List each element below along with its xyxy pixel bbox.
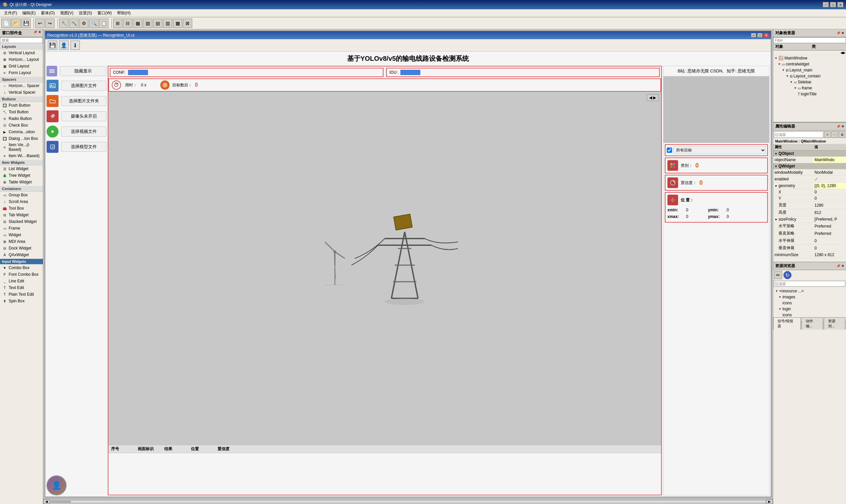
widget-item-grid-layout[interactable]: ▦ Grid Layout — [0, 63, 43, 69]
prop-x-value[interactable]: 0 — [813, 189, 846, 195]
prop-vpolicy-value[interactable]: Preferred — [813, 230, 846, 237]
tree-item-login-title[interactable]: T loginTitle — [773, 91, 846, 97]
resource-login[interactable]: ▼ login — [774, 306, 845, 312]
resource-images[interactable]: ▼ images — [774, 294, 845, 300]
prop-enabled-value[interactable]: ✓ — [813, 176, 846, 183]
toolbar-layout-1[interactable]: ⊞ — [113, 19, 122, 28]
widget-item-horizontal-spacer[interactable]: ↔ Horizon... Spacer — [0, 83, 43, 89]
toolbar-layout-3[interactable]: ▦ — [133, 19, 142, 28]
widget-item-widget[interactable]: ▭ Widget — [0, 232, 43, 238]
tree-item-mainwindow[interactable]: ▼ 🪟 MainWindow — [773, 55, 846, 61]
widget-item-item-widget[interactable]: ≡ Item Wi...-Based) — [0, 152, 43, 159]
resource-pencil-button[interactable]: ✏ — [774, 271, 782, 279]
toolbar-save[interactable]: 💾 — [21, 19, 31, 28]
widget-item-plain-text-edit[interactable]: T Plain Text Edit — [0, 291, 43, 298]
widget-item-stacked-widget[interactable]: ⊟ Stacked Widget — [0, 218, 43, 225]
toolbar-new[interactable]: 📄 — [1, 19, 11, 28]
menu-settings[interactable]: 设置(S) — [76, 10, 95, 17]
tab-signals[interactable]: 信号/情报 器 — [773, 317, 801, 329]
select-model-button[interactable]: 选择模型文件 — [61, 142, 106, 152]
widget-item-vertical-spacer[interactable]: ↕ Vertical Spacer — [0, 89, 43, 96]
resource-pin[interactable]: 📌 — [836, 264, 840, 268]
tree-item-frame[interactable]: ▼ ▭ frame — [773, 85, 846, 91]
widget-item-dialog-box[interactable]: 🔲 Dialog ...ton Box — [0, 135, 43, 142]
widget-item-scroll-area[interactable]: ↕ Scroll Area — [0, 198, 43, 205]
widget-item-qax-widget[interactable]: A QAxWidget — [0, 252, 43, 258]
widget-search-input[interactable] — [0, 37, 43, 43]
widget-item-line-edit[interactable]: _ Line Edit — [0, 278, 43, 284]
inner-minimize-button[interactable]: ─ — [751, 33, 756, 38]
all-targets-select[interactable]: 所有目标 — [673, 146, 766, 154]
maximize-button[interactable]: □ — [830, 2, 836, 7]
toolbar-edit-5[interactable]: 📋 — [99, 19, 108, 28]
menu-form[interactable]: 窗体(O) — [38, 10, 57, 17]
tab-actions[interactable]: 动作编... — [801, 317, 823, 329]
property-add-button[interactable]: + — [824, 131, 831, 138]
prop-vstretch-value[interactable]: 0 — [813, 245, 846, 252]
scroll-track[interactable] — [51, 500, 765, 503]
toolbar-layout-2[interactable]: ⊟ — [123, 19, 132, 28]
widget-item-tool-box[interactable]: 🧰 Tool Box — [0, 205, 43, 212]
property-filter-input[interactable] — [774, 131, 823, 138]
tree-item-layout-contain[interactable]: ▼ ⊟ Layout_contain — [773, 73, 846, 79]
widget-item-tree-widget[interactable]: 🌲 Tree Widget — [0, 172, 43, 179]
menu-help[interactable]: 帮助(H) — [115, 10, 133, 17]
property-close[interactable]: ✕ — [841, 125, 844, 128]
menu-edit[interactable]: 编辑(E) — [20, 10, 38, 17]
app-toolbar-btn-user[interactable]: 👤 — [59, 40, 69, 50]
widget-item-dock-widget[interactable]: ⊟ Dock Widget — [0, 245, 43, 252]
toolbar-edit-4[interactable]: 🔍 — [89, 19, 99, 28]
widget-item-command-button[interactable]: ▶ Comma...utton — [0, 129, 43, 135]
prop-height-value[interactable]: 812 — [813, 209, 846, 216]
scroll-left-btn[interactable]: ◀ — [43, 499, 50, 504]
toolbar-layout-4[interactable]: ▧ — [143, 19, 152, 28]
conf-slider[interactable] — [128, 70, 148, 75]
inner-maximize-button[interactable]: □ — [757, 33, 762, 38]
menu-view[interactable]: 视图(V) — [57, 10, 76, 17]
iou-slider[interactable] — [400, 70, 420, 75]
inspector-close[interactable]: ✕ — [841, 31, 844, 35]
toolbar-open[interactable]: 📂 — [11, 19, 21, 28]
toolbar-edit-2[interactable]: 🔨 — [69, 19, 79, 28]
widget-item-check-box[interactable]: ☑ Check Box — [0, 122, 43, 129]
widget-item-spin-box[interactable]: ⬆ Spin Box — [0, 298, 43, 304]
toolbar-layout-8[interactable]: ⊠ — [183, 19, 192, 28]
app-toolbar-btn-info[interactable]: ℹ — [70, 40, 80, 50]
resource-root[interactable]: ▼ <resource ...> — [774, 288, 845, 294]
camera-button[interactable]: 摄像头未开启 — [61, 111, 106, 121]
property-more-button[interactable]: ⋯ — [831, 131, 838, 138]
select-folder-button[interactable]: 选择图片文件夹 — [61, 96, 106, 106]
tree-item-layout-main[interactable]: ▼ ⊟ Layout_main — [773, 67, 846, 73]
resource-filter-input[interactable] — [774, 281, 845, 287]
widget-item-vertical-layout[interactable]: ⊟ Vertical Layout — [0, 50, 43, 56]
widget-item-frame[interactable]: ▭ Frame — [0, 225, 43, 232]
inner-close-button[interactable]: ✕ — [763, 33, 769, 38]
prop-objectName-value[interactable]: MainWindo — [813, 157, 846, 163]
center-scrollbar[interactable]: ◀ ▶ — [43, 499, 773, 504]
app-toolbar-btn-save[interactable]: 💾 — [48, 40, 57, 50]
prop-minimumSize-value[interactable]: 1280 x 812 — [813, 252, 846, 258]
select-video-button[interactable]: 选择视频文件 — [61, 127, 106, 137]
toolbar-edit-3[interactable]: ⚙ — [79, 19, 88, 28]
widget-item-form-layout[interactable]: ≡ Form Layout — [0, 69, 43, 76]
hidden-display-button[interactable]: 隐藏显示 — [60, 66, 106, 76]
all-targets-checkbox[interactable] — [667, 147, 672, 153]
select-image-button[interactable]: 选择图片文件 — [61, 81, 106, 91]
scroll-thumb[interactable] — [51, 501, 71, 503]
close-button[interactable]: ✕ — [838, 2, 843, 7]
table-scroll-area[interactable] — [108, 453, 661, 493]
widget-item-radio-button[interactable]: ⊙ Radio Button — [0, 115, 43, 122]
resource-images-icons[interactable]: icons — [774, 300, 845, 306]
prop-sizePolicy-value[interactable]: [Preferred, P — [813, 216, 846, 222]
prop-hpolicy-value[interactable]: Preferred — [813, 222, 846, 230]
widget-box-close[interactable]: ✕ — [38, 30, 41, 36]
property-settings-button[interactable]: ⚙ — [839, 131, 845, 138]
scroll-right-btn[interactable]: ▶ — [766, 499, 773, 504]
widget-item-mdi-area[interactable]: ⊞ MDI Area — [0, 238, 43, 245]
prop-geometry-value[interactable]: [(0, 0), 1280 — [813, 183, 846, 189]
object-filter-input[interactable] — [773, 37, 846, 43]
widget-box-pin[interactable]: 📌 — [33, 30, 37, 36]
tree-item-sidebar[interactable]: ▼ ▭ Sidebar — [773, 79, 846, 85]
tab-resources[interactable]: 资源浏... — [824, 317, 845, 329]
resource-refresh-button[interactable]: ↻ — [783, 271, 792, 279]
